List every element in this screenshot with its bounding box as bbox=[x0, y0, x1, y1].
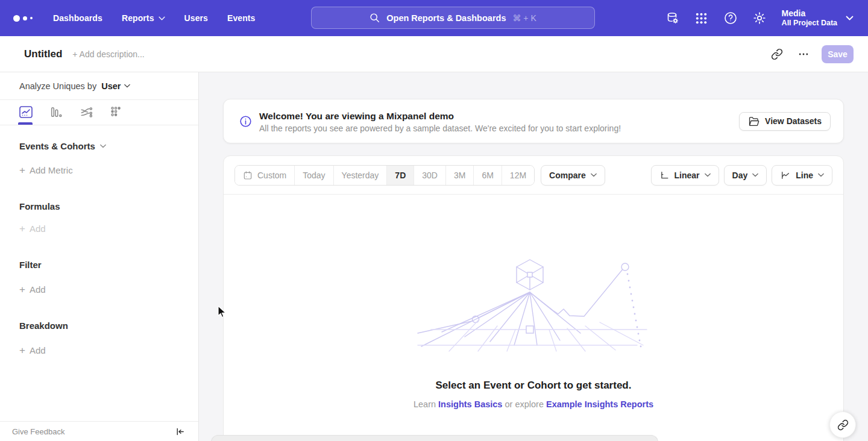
scale-dropdown[interactable]: Linear bbox=[651, 165, 719, 186]
date-range-label: Custom bbox=[257, 170, 286, 180]
project-chevron-down-icon[interactable] bbox=[846, 16, 854, 20]
project-selector[interactable]: Media All Project Data bbox=[782, 8, 837, 28]
analyze-by-value: User bbox=[101, 81, 121, 91]
report-description-placeholder[interactable]: + Add description... bbox=[72, 49, 144, 59]
tab-bar-chart[interactable] bbox=[48, 105, 64, 119]
middle-text: or explore bbox=[505, 399, 543, 409]
collapse-left-icon bbox=[175, 427, 185, 437]
date-range-30d[interactable]: 30D bbox=[414, 166, 446, 185]
view-datasets-button[interactable]: View Datasets bbox=[739, 112, 831, 131]
mixpanel-logo[interactable] bbox=[13, 15, 34, 22]
bar-chart-icon bbox=[49, 105, 63, 119]
query-builder-sidebar: Analyze Uniques by User bbox=[0, 72, 199, 441]
link-icon bbox=[837, 419, 849, 431]
tab-line-chart[interactable] bbox=[18, 105, 34, 119]
nav-right-cluster: Media All Project Data bbox=[652, 0, 854, 36]
date-range-label: 7D bbox=[395, 170, 406, 180]
selected-tab-indicator bbox=[18, 122, 33, 125]
apps-grid-icon[interactable] bbox=[694, 10, 709, 26]
interval-dropdown[interactable]: Day bbox=[724, 165, 767, 186]
more-options-button[interactable] bbox=[794, 45, 813, 64]
date-range-custom[interactable]: Custom bbox=[235, 166, 295, 185]
report-title[interactable]: Untitled bbox=[24, 48, 62, 60]
add-formula-label: Add bbox=[30, 224, 46, 234]
date-range-7d[interactable]: 7D bbox=[387, 166, 414, 185]
banner-subtitle: All the reports you see are powered by a… bbox=[259, 124, 621, 133]
date-range-selector: Custom Today Yesterday 7D 30D 3M 6M 12M bbox=[234, 165, 535, 186]
chart-type-dropdown[interactable]: Line bbox=[772, 165, 832, 186]
collapse-sidebar-button[interactable] bbox=[175, 427, 185, 437]
add-breakdown-label: Add bbox=[30, 345, 46, 355]
empty-state-title: Select an Event or Cohort to get started… bbox=[224, 380, 843, 392]
add-breakdown-button[interactable]: + Add bbox=[0, 345, 198, 355]
chart-display-controls: Linear Day Line bbox=[651, 165, 832, 186]
date-range-12m[interactable]: 12M bbox=[502, 166, 534, 185]
collapsed-breakdown-panel[interactable] bbox=[211, 435, 658, 441]
chevron-down-icon bbox=[124, 84, 130, 88]
nav-item-users[interactable]: Users bbox=[184, 13, 208, 23]
date-range-label: 12M bbox=[510, 170, 526, 180]
line-type-icon bbox=[780, 170, 791, 180]
section-title: Formulas bbox=[19, 201, 60, 211]
date-range-label: Today bbox=[303, 170, 325, 180]
add-filter-button[interactable]: + Add bbox=[0, 284, 198, 295]
help-icon[interactable] bbox=[723, 10, 738, 26]
chevron-down-icon bbox=[159, 16, 165, 20]
calendar-icon bbox=[243, 170, 253, 180]
chevron-down-icon bbox=[591, 173, 597, 177]
data-management-icon[interactable] bbox=[665, 10, 681, 26]
linear-axis-icon bbox=[659, 170, 670, 180]
project-scope: All Project Data bbox=[782, 19, 837, 28]
chevron-down-icon bbox=[818, 173, 824, 177]
section-title: Filter bbox=[19, 260, 42, 270]
analyze-by-selector[interactable]: User bbox=[101, 81, 130, 91]
chart-type-tabs bbox=[0, 100, 198, 125]
add-formula-button[interactable]: + Add bbox=[0, 224, 198, 234]
nav-item-dashboards[interactable]: Dashboards bbox=[53, 13, 102, 23]
date-range-label: 6M bbox=[482, 170, 493, 180]
give-feedback-link[interactable]: Give Feedback bbox=[12, 427, 64, 436]
chevron-down-icon bbox=[100, 144, 106, 148]
plus-icon: + bbox=[19, 345, 25, 355]
ellipsis-icon bbox=[797, 48, 810, 60]
chart-toolbar: Custom Today Yesterday 7D 30D 3M 6M 12M … bbox=[224, 156, 843, 195]
example-insights-reports-link[interactable]: Example Insights Reports bbox=[546, 399, 653, 409]
info-icon bbox=[239, 115, 252, 128]
chevron-down-icon bbox=[705, 173, 711, 177]
settings-gear-icon[interactable] bbox=[752, 10, 767, 26]
analyze-row: Analyze Uniques by User bbox=[0, 72, 198, 100]
flow-chart-icon bbox=[80, 105, 93, 119]
nav-item-label: Users bbox=[184, 13, 208, 23]
date-range-today[interactable]: Today bbox=[295, 166, 333, 185]
compare-label: Compare bbox=[549, 170, 586, 180]
date-range-6m[interactable]: 6M bbox=[474, 166, 502, 185]
chart-type-label: Line bbox=[796, 170, 813, 180]
save-button[interactable]: Save bbox=[822, 45, 854, 63]
tab-flow-chart[interactable] bbox=[78, 105, 94, 119]
report-header: Untitled + Add description... Save bbox=[0, 36, 868, 72]
tab-scatter-chart[interactable] bbox=[108, 105, 124, 119]
section-events-cohorts[interactable]: Events & Cohorts bbox=[0, 141, 198, 151]
nav-item-events[interactable]: Events bbox=[227, 13, 256, 23]
nav-item-label: Reports bbox=[122, 13, 154, 23]
link-icon bbox=[771, 48, 783, 60]
search-icon bbox=[370, 13, 380, 23]
nav-item-reports[interactable]: Reports bbox=[122, 13, 165, 23]
empty-state-illustration bbox=[413, 255, 654, 354]
date-range-yesterday[interactable]: Yesterday bbox=[334, 166, 388, 185]
share-link-floating-button[interactable] bbox=[829, 411, 856, 438]
add-metric-label: Add Metric bbox=[30, 165, 73, 175]
insights-basics-link[interactable]: Insights Basics bbox=[438, 399, 502, 409]
search-shortcut: ⌘ + K bbox=[512, 13, 536, 23]
add-metric-button[interactable]: + Add Metric bbox=[0, 165, 198, 175]
section-breakdown: Breakdown bbox=[0, 321, 198, 331]
section-title: Breakdown bbox=[19, 321, 68, 331]
logo-dot bbox=[30, 17, 33, 19]
compare-dropdown[interactable]: Compare bbox=[541, 165, 605, 186]
section-title: Events & Cohorts bbox=[19, 141, 95, 151]
nav-item-label: Events bbox=[227, 13, 256, 23]
copy-link-button[interactable] bbox=[767, 45, 787, 64]
date-range-3m[interactable]: 3M bbox=[446, 166, 474, 185]
global-search[interactable]: Open Reports & Dashboards ⌘ + K bbox=[311, 7, 595, 29]
line-chart-icon bbox=[19, 105, 33, 119]
